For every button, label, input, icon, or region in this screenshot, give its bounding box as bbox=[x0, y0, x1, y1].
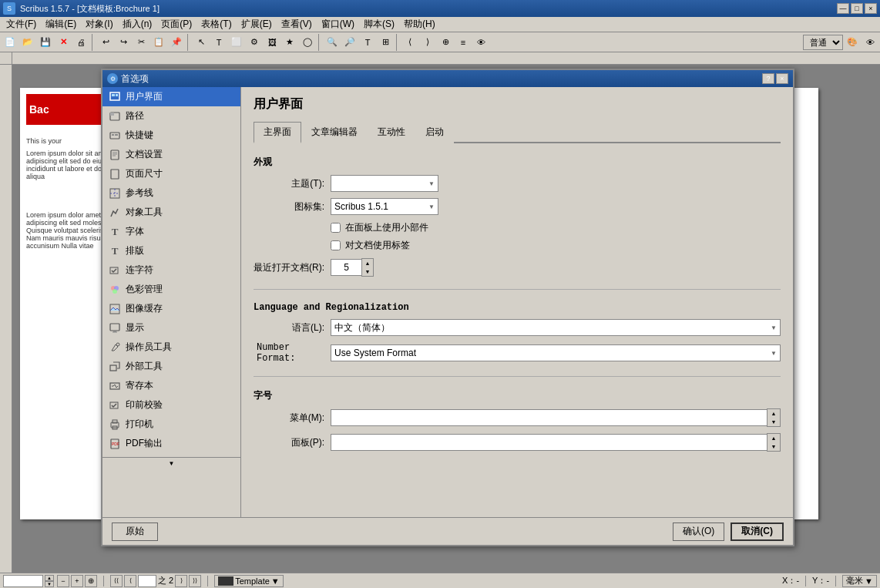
save-button[interactable]: 💾 bbox=[37, 34, 54, 51]
sidebar-item-display[interactable]: 显示 bbox=[102, 318, 240, 338]
zoom-spin-down[interactable]: ▼ bbox=[45, 581, 54, 587]
panel-font-spin-down[interactable]: ▼ bbox=[767, 442, 780, 451]
color-btn[interactable]: 🎨 bbox=[844, 34, 861, 51]
paste-button[interactable]: 📌 bbox=[168, 34, 185, 51]
menu-edit[interactable]: 编辑(E) bbox=[41, 16, 81, 32]
menu-font-spin-down[interactable]: ▼ bbox=[767, 418, 780, 426]
toolbar-dropdown[interactable]: 普通 bbox=[803, 35, 843, 50]
recent-docs-spin-up[interactable]: ▲ bbox=[362, 259, 373, 267]
number-format-dropdown[interactable]: Use System Format ▼ bbox=[331, 344, 781, 361]
sidebar-item-ligature[interactable]: 连字符 bbox=[102, 260, 240, 280]
sidebar-item-color-mgmt[interactable]: 色彩管理 bbox=[102, 280, 240, 299]
shape-tool-button[interactable]: ⬜ bbox=[228, 34, 245, 51]
restore-button[interactable]: □ bbox=[851, 3, 863, 14]
panel-font-input[interactable]: 9 磅 bbox=[331, 434, 767, 451]
menu-insert[interactable]: 插入(n) bbox=[118, 16, 157, 32]
sidebar-item-object-tools[interactable]: 对象工具 bbox=[102, 203, 240, 222]
sidebar-item-printer[interactable]: 打印机 bbox=[102, 415, 240, 434]
ok-button[interactable]: 确认(O) bbox=[673, 522, 724, 541]
close-doc-button[interactable]: ✕ bbox=[55, 34, 72, 51]
sidebar-item-guides[interactable]: 参考线 bbox=[102, 183, 240, 203]
arc-tool-button[interactable]: ◯ bbox=[299, 34, 316, 51]
menu-file[interactable]: 文件(F) bbox=[2, 16, 41, 32]
dialog-title-buttons[interactable]: ? × bbox=[762, 73, 788, 84]
zoom-tool-button[interactable]: 🔍 bbox=[324, 34, 341, 51]
minimize-button[interactable]: — bbox=[837, 3, 849, 14]
panel-font-spin-up[interactable]: ▲ bbox=[767, 434, 780, 442]
menu-font-spin-up[interactable]: ▲ bbox=[767, 409, 780, 418]
extra3-btn[interactable]: ⊕ bbox=[437, 34, 454, 51]
sidebar-item-shortcut[interactable]: 快捷键 bbox=[102, 126, 240, 145]
star-tool-button[interactable]: ★ bbox=[281, 34, 298, 51]
use-widget-checkbox[interactable] bbox=[331, 223, 341, 233]
extra1-btn[interactable]: ⟨ bbox=[401, 34, 418, 51]
zoom-spin-up[interactable]: ▲ bbox=[45, 575, 54, 581]
language-dropdown[interactable]: 中文（简体） ▼ bbox=[331, 319, 781, 336]
unit-button[interactable]: 毫米 ▼ bbox=[842, 575, 877, 587]
sidebar-item-external-tools[interactable]: 外部工具 bbox=[102, 357, 240, 376]
undo-button[interactable]: ↩ bbox=[97, 34, 114, 51]
sidebar-item-page-size[interactable]: 页面尺寸 bbox=[102, 164, 240, 183]
dialog-help-button[interactable]: ? bbox=[762, 73, 774, 84]
sidebar-item-image-cache[interactable]: 图像缓存 bbox=[102, 299, 240, 318]
reset-button[interactable]: 原始 bbox=[112, 522, 158, 541]
tab-main[interactable]: 主界面 bbox=[254, 122, 301, 143]
copy-button[interactable]: 📋 bbox=[150, 34, 167, 51]
print-button[interactable]: 🖨 bbox=[72, 34, 89, 51]
open-button[interactable]: 📂 bbox=[19, 34, 36, 51]
page-next-button[interactable]: ⟩ bbox=[175, 575, 187, 587]
sidebar-scroll-area[interactable]: 用户界面 路径 快捷键 bbox=[102, 87, 240, 457]
close-button[interactable]: × bbox=[865, 3, 877, 14]
select-button[interactable]: ↖ bbox=[193, 34, 210, 51]
title-bar-buttons[interactable]: — □ × bbox=[837, 3, 877, 14]
table2-button[interactable]: ⊞ bbox=[377, 34, 394, 51]
zoom-reset-button[interactable]: ⊕ bbox=[85, 575, 97, 587]
sidebar-item-operator-tools[interactable]: 操作员工具 bbox=[102, 338, 240, 357]
preview-btn[interactable]: 👁 bbox=[862, 34, 878, 51]
menu-page[interactable]: 页面(P) bbox=[156, 16, 196, 32]
canvas-area[interactable]: Bac This is your Lorem ipsum dolor sit a… bbox=[12, 65, 880, 573]
menu-table[interactable]: 表格(T) bbox=[196, 16, 236, 32]
recent-docs-input[interactable]: 5 bbox=[331, 259, 361, 276]
sidebar-item-typesetting[interactable]: T 排版 bbox=[102, 241, 240, 260]
redo-button[interactable]: ↪ bbox=[115, 34, 132, 51]
sidebar-item-doc-settings[interactable]: 文档设置 bbox=[102, 145, 240, 164]
menu-window[interactable]: 窗口(W) bbox=[317, 16, 359, 32]
use-tag-checkbox[interactable] bbox=[331, 240, 341, 250]
zoom-out-button[interactable]: − bbox=[57, 575, 69, 587]
cut-button[interactable]: ✂ bbox=[133, 34, 149, 51]
zoom-in-button[interactable]: + bbox=[71, 575, 83, 587]
sidebar-item-pdf-output[interactable]: PDF PDF输出 bbox=[102, 434, 240, 453]
theme-dropdown[interactable]: ▼ bbox=[331, 175, 438, 192]
tab-startup[interactable]: 启动 bbox=[415, 122, 454, 143]
icon-set-dropdown[interactable]: Scribus 1.5.1 ▼ bbox=[331, 198, 438, 215]
sidebar-item-preflight[interactable]: 寄存本 bbox=[102, 376, 240, 395]
sidebar-item-print-verify[interactable]: 印前校验 bbox=[102, 395, 240, 415]
dialog-close-button[interactable]: × bbox=[776, 73, 788, 84]
page-prev-button[interactable]: ⟨ bbox=[124, 575, 136, 587]
extra4-btn[interactable]: ≡ bbox=[455, 34, 472, 51]
menu-script[interactable]: 脚本(S) bbox=[359, 16, 399, 32]
zoom-input[interactable]: 100.00 % bbox=[3, 575, 43, 587]
tab-text-editor[interactable]: 文章编辑器 bbox=[301, 122, 368, 143]
menu-object[interactable]: 对象(I) bbox=[81, 16, 117, 32]
image-tool-button[interactable]: 🖼 bbox=[264, 34, 280, 51]
menu-extend[interactable]: 扩展(E) bbox=[237, 16, 277, 32]
sidebar-item-typography[interactable]: T 字体 bbox=[102, 222, 240, 241]
cancel-button[interactable]: 取消(C) bbox=[731, 522, 784, 541]
recent-docs-spin-down[interactable]: ▼ bbox=[362, 267, 373, 276]
extra2-btn[interactable]: ⟩ bbox=[419, 34, 436, 51]
tab-interactive[interactable]: 互动性 bbox=[368, 122, 415, 143]
new-button[interactable]: 📄 bbox=[2, 34, 18, 51]
zoom2-button[interactable]: 🔎 bbox=[341, 34, 358, 51]
menu-font-input[interactable]: 9 磅 bbox=[331, 409, 767, 426]
text2-button[interactable]: T bbox=[359, 34, 376, 51]
menu-view[interactable]: 查看(V) bbox=[277, 16, 317, 32]
page-current-input[interactable]: 1 bbox=[138, 575, 156, 587]
text-tool-button[interactable]: T bbox=[210, 34, 227, 51]
sidebar-scroll-down-btn[interactable]: ▼ bbox=[102, 457, 240, 469]
menu-help[interactable]: 帮助(H) bbox=[399, 16, 440, 32]
template-button[interactable]: Template ▼ bbox=[214, 575, 284, 587]
settings-btn[interactable]: ⚙ bbox=[246, 34, 263, 51]
sidebar-item-user-interface[interactable]: 用户界面 bbox=[102, 87, 240, 106]
